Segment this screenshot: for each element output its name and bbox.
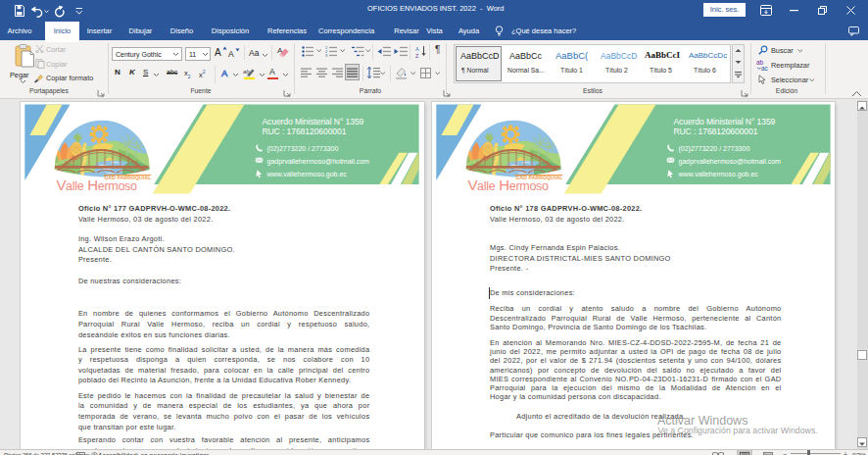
svg-text:3: 3	[325, 53, 328, 57]
svg-text:ac: ac	[761, 65, 769, 72]
svg-text:A: A	[415, 46, 419, 52]
svg-text:Z: Z	[415, 53, 419, 59]
